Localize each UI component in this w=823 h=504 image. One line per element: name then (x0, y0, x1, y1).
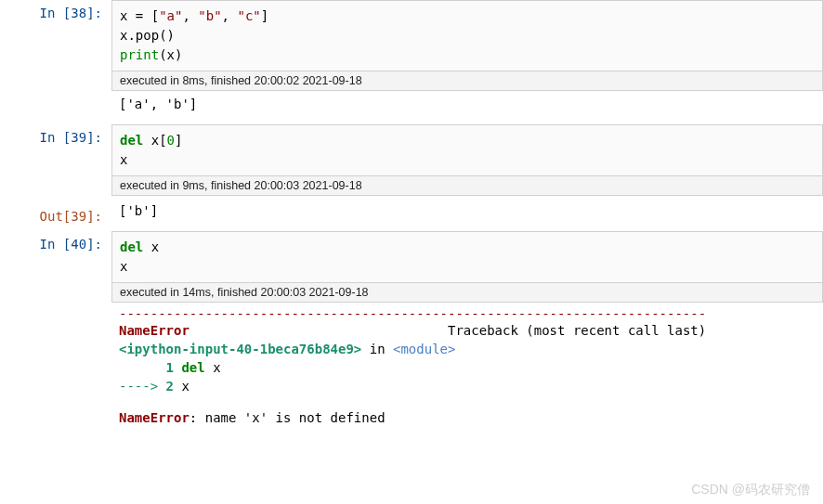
error-message: : name 'x' is not defined (189, 410, 385, 425)
stdout-38: ['a', 'b'] (111, 91, 823, 117)
traceback-divider: ----------------------------------------… (111, 303, 823, 321)
code-input-38[interactable]: x = ["a", "b", "c"] x.pop() print(x) (111, 0, 823, 71)
cell-body-40: del x x executed in 14ms, finished 20:00… (111, 231, 823, 427)
out-body-39: ['b'] (111, 203, 823, 224)
timing-39: executed in 9ms, finished 20:00:03 2021-… (111, 176, 823, 196)
cell-38: In [38]: x = ["a", "b", "c"] x.pop() pri… (0, 0, 823, 117)
out-value-39: ['b'] (111, 203, 823, 224)
cell-body-39: del x[0] x executed in 9ms, finished 20:… (111, 124, 823, 196)
cell-body-38: x = ["a", "b", "c"] x.pop() print(x) exe… (111, 0, 823, 117)
traceback-location: <ipython-input-40-1beca76b84e9> in <modu… (111, 340, 823, 358)
code-input-40[interactable]: del x x (111, 231, 823, 283)
out-prompt-39: Out[39]: (0, 203, 111, 224)
error-name: NameError (119, 323, 189, 338)
cell-40: In [40]: del x x executed in 14ms, finis… (0, 231, 823, 427)
in-prompt-40: In [40]: (0, 231, 111, 427)
traceback-header: NameError Traceback (most recent call la… (111, 321, 823, 340)
in-prompt-39: In [39]: (0, 124, 111, 196)
code-input-39[interactable]: del x[0] x (111, 124, 823, 176)
traceback-line-2: ----> 2 x (111, 377, 823, 395)
module-ref: <module> (393, 342, 455, 356)
cell-39: In [39]: del x[0] x executed in 9ms, fin… (0, 124, 823, 196)
error-name-final: NameError (119, 410, 189, 425)
timing-38: executed in 8ms, finished 20:00:02 2021-… (111, 71, 823, 91)
traceback-label: Traceback (most recent call last) (448, 323, 706, 338)
in-prompt-38: In [38]: (0, 0, 111, 117)
timing-40: executed in 14ms, finished 20:00:03 2021… (111, 283, 823, 303)
out-row-39: Out[39]: ['b'] (0, 203, 823, 224)
traceback-line-1: 1 del x (111, 358, 823, 377)
traceback-final: NameError: name 'x' is not defined (111, 408, 823, 427)
ipython-input-ref: <ipython-input-40-1beca76b84e9> (119, 342, 361, 356)
arrow-icon: ----> (119, 379, 166, 394)
